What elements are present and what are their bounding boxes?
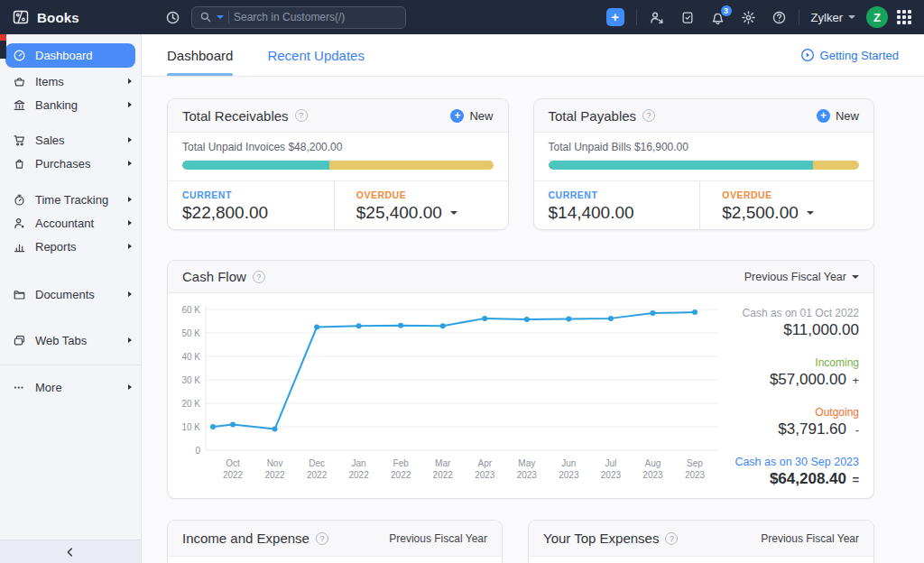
sidebar-item-label: Accountant bbox=[35, 217, 119, 230]
cashflow-period-select[interactable]: Previous Fiscal Year bbox=[744, 271, 859, 283]
bell-icon[interactable]: 3 bbox=[710, 10, 725, 25]
history-icon[interactable] bbox=[165, 10, 180, 25]
referral-icon[interactable] bbox=[649, 10, 665, 25]
help-icon[interactable]: ? bbox=[316, 532, 328, 545]
sidebar-divider bbox=[0, 365, 141, 365]
period-label: Previous Fiscal Year bbox=[744, 271, 846, 283]
cash-flow-chart: 010 K20 K30 K40 K50 K60 KOct2022Nov2022D… bbox=[173, 299, 725, 490]
total-payables-card: Total Payables ? + New Total Unpaid Bill… bbox=[533, 98, 875, 230]
svg-text:2022: 2022 bbox=[433, 470, 454, 480]
sidebar-item-sales[interactable]: Sales bbox=[0, 128, 141, 152]
new-bill-button[interactable]: + New bbox=[817, 109, 859, 123]
svg-text:2023: 2023 bbox=[685, 470, 706, 480]
search-scope-chevron-icon[interactable] bbox=[217, 15, 224, 19]
org-selector[interactable]: Zylker bbox=[811, 11, 855, 24]
tab-recent-updates[interactable]: Recent Updates bbox=[267, 34, 365, 76]
sidebar-item-accountant[interactable]: Accountant bbox=[0, 211, 141, 235]
overdue-dropdown-icon[interactable] bbox=[807, 211, 814, 215]
sidebar-collapse-button[interactable] bbox=[0, 540, 141, 563]
help-icon[interactable] bbox=[772, 10, 787, 25]
payables-progress-bar bbox=[549, 161, 860, 170]
svg-text:Sep: Sep bbox=[687, 458, 703, 468]
incoming-label: Incoming bbox=[725, 356, 859, 369]
search-icon bbox=[199, 11, 212, 23]
submenu-arrow-icon bbox=[128, 244, 132, 249]
sidebar-item-items[interactable]: Items bbox=[0, 69, 141, 93]
submenu-arrow-icon bbox=[128, 220, 132, 226]
submenu-arrow-icon bbox=[128, 161, 132, 166]
overdue-dropdown-icon[interactable] bbox=[450, 211, 457, 215]
product-name: Books bbox=[37, 10, 79, 25]
plus-icon: + bbox=[817, 109, 830, 123]
card-title: Income and Expense bbox=[182, 531, 310, 546]
sidebar-item-dashboard[interactable]: Dashboard bbox=[5, 43, 135, 68]
svg-text:May: May bbox=[518, 458, 535, 468]
notification-badge: 3 bbox=[721, 5, 732, 16]
minus-operator: - bbox=[852, 423, 859, 437]
new-invoice-button[interactable]: + New bbox=[450, 109, 493, 123]
svg-text:Jan: Jan bbox=[352, 458, 366, 468]
topbar: Books + bbox=[0, 0, 924, 34]
svg-text:2023: 2023 bbox=[517, 470, 538, 480]
sidebar-item-reports[interactable]: Reports bbox=[0, 235, 141, 258]
search-input[interactable] bbox=[234, 11, 398, 23]
sidebar-item-documents[interactable]: Documents bbox=[0, 282, 141, 306]
sidebar-item-label: Dashboard bbox=[35, 49, 126, 62]
sidebar-item-label: Reports bbox=[35, 240, 119, 254]
quick-create-button[interactable]: + bbox=[606, 8, 624, 26]
help-icon[interactable]: ? bbox=[295, 109, 308, 122]
sidebar: Dashboard Items Banking bbox=[0, 34, 142, 563]
product-logo[interactable]: Books bbox=[0, 8, 142, 26]
sidebar-item-label: Web Tabs bbox=[35, 334, 119, 347]
receivables-progress-bar bbox=[182, 161, 494, 170]
apps-grid-icon[interactable] bbox=[897, 10, 911, 24]
submenu-arrow-icon bbox=[128, 137, 132, 143]
svg-text:2023: 2023 bbox=[559, 470, 579, 480]
sidebar-item-purchases[interactable]: Purchases bbox=[0, 152, 141, 175]
bar-chart-icon bbox=[13, 240, 26, 254]
current-label: CURRENT bbox=[182, 189, 319, 200]
settings-gear-icon[interactable] bbox=[741, 10, 756, 25]
closing-cash-label[interactable]: Cash as on 30 Sep 2023 bbox=[725, 456, 859, 468]
bag-icon bbox=[13, 157, 26, 171]
svg-text:10 K: 10 K bbox=[181, 422, 200, 432]
folder-icon bbox=[13, 288, 26, 301]
period-label[interactable]: Previous Fiscal Year bbox=[389, 532, 487, 545]
svg-text:20 K: 20 K bbox=[181, 399, 200, 409]
sidebar-item-time-tracking[interactable]: Time Tracking bbox=[0, 188, 141, 211]
svg-text:Nov: Nov bbox=[267, 458, 283, 468]
svg-text:40 K: 40 K bbox=[181, 352, 200, 362]
tab-dashboard[interactable]: Dashboard bbox=[167, 34, 233, 76]
svg-text:50 K: 50 K bbox=[181, 328, 200, 338]
sidebar-item-more[interactable]: More bbox=[0, 375, 141, 399]
sidebar-item-banking[interactable]: Banking bbox=[0, 93, 141, 116]
overdue-cell: OVERDUE $2,500.00 bbox=[699, 181, 873, 230]
svg-text:Jun: Jun bbox=[561, 458, 576, 468]
bank-icon bbox=[13, 98, 26, 112]
basket-icon bbox=[13, 75, 26, 88]
card-title: Total Payables bbox=[549, 108, 637, 124]
overdue-label: OVERDUE bbox=[722, 189, 859, 200]
sidebar-item-label: Time Tracking bbox=[35, 193, 119, 207]
help-icon[interactable]: ? bbox=[665, 532, 678, 545]
period-label[interactable]: Previous Fiscal Year bbox=[761, 532, 859, 545]
user-avatar[interactable]: Z bbox=[866, 6, 888, 28]
sidebar-item-label: Sales bbox=[35, 134, 119, 147]
outgoing-value: $3,791.60 bbox=[778, 420, 846, 438]
svg-text:2022: 2022 bbox=[307, 470, 328, 480]
zoho-books-app: Books + bbox=[0, 0, 924, 563]
svg-text:Aug: Aug bbox=[645, 458, 661, 468]
sidebar-item-web-tabs[interactable]: Web Tabs bbox=[0, 328, 141, 352]
income-expense-card: Income and Expense ? Previous Fiscal Yea… bbox=[167, 520, 503, 563]
card-title: Total Receivables bbox=[182, 108, 289, 124]
chevron-down-icon bbox=[848, 15, 855, 19]
help-icon[interactable]: ? bbox=[642, 109, 655, 122]
help-icon[interactable]: ? bbox=[253, 271, 265, 283]
current-value: $22,800.00 bbox=[182, 203, 319, 223]
search-divider bbox=[228, 11, 229, 23]
svg-text:2023: 2023 bbox=[475, 470, 495, 480]
subscription-icon[interactable] bbox=[680, 10, 695, 25]
current-value: $14,400.00 bbox=[549, 203, 686, 223]
current-cell: CURRENT $14,400.00 bbox=[534, 181, 700, 230]
getting-started-link[interactable]: Getting Started bbox=[800, 48, 899, 62]
